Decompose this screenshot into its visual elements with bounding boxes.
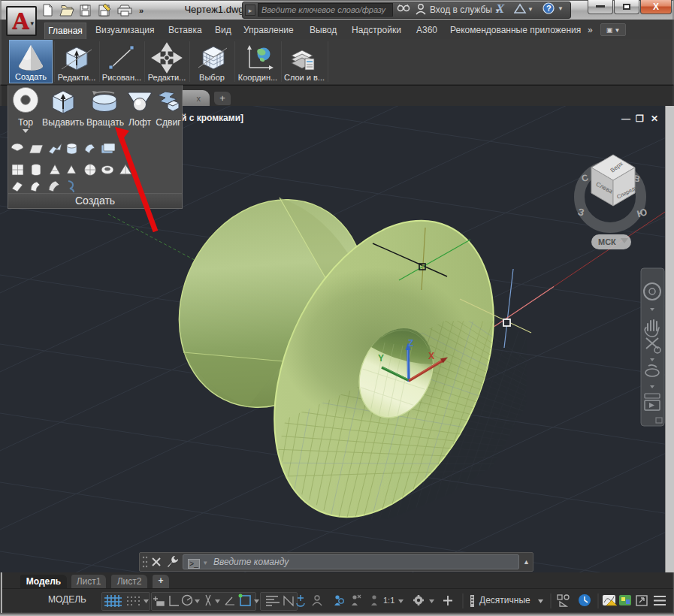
- svg-text:▼: ▼: [527, 6, 533, 13]
- svg-text:Тор: Тор: [18, 117, 33, 128]
- svg-text:X: X: [428, 351, 434, 361]
- svg-text:»: »: [139, 6, 144, 15]
- svg-text:?: ?: [546, 4, 552, 13]
- svg-text:Y: Y: [378, 353, 384, 364]
- svg-text:▼: ▼: [558, 5, 564, 12]
- svg-text:Десятичные: Десятичные: [479, 595, 530, 605]
- svg-text:МСК: МСК: [598, 237, 616, 246]
- svg-text:1:1: 1:1: [383, 596, 394, 605]
- svg-text:Z: Z: [408, 338, 413, 349]
- svg-text:Выдавить: Выдавить: [42, 117, 84, 128]
